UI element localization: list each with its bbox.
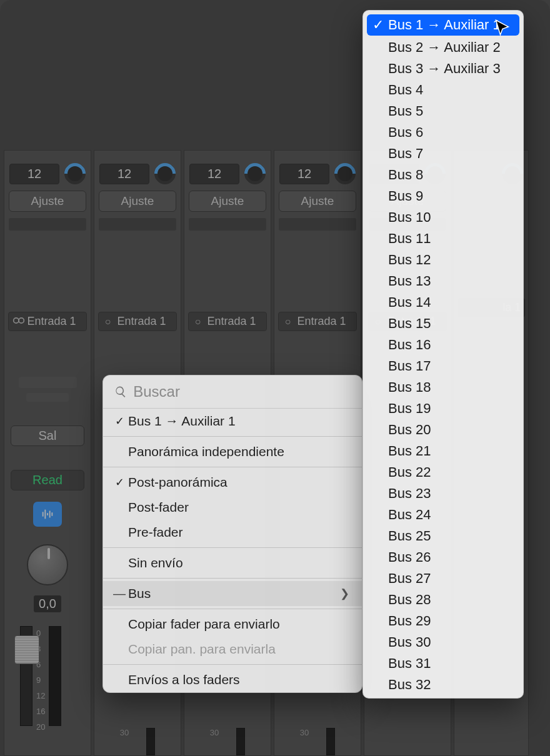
menu-item-pan-independent[interactable]: Panorámica independiente <box>103 439 362 464</box>
send-level-value[interactable]: 12 <box>189 164 239 184</box>
bus-item[interactable]: Bus 25 <box>363 525 523 547</box>
bus-item[interactable]: Bus 32 <box>363 674 523 695</box>
empty-slot[interactable] <box>99 218 176 231</box>
menu-item-pre-fader[interactable]: Pre-fader <box>103 520 362 545</box>
bus-item[interactable]: Bus 26 <box>363 547 523 568</box>
svg-rect-6 <box>51 512 52 516</box>
level-meter <box>49 626 61 726</box>
menu-item-no-send[interactable]: Sin envío <box>103 550 362 575</box>
bus-item[interactable]: Bus 4 <box>363 79 523 101</box>
search-row <box>103 376 362 409</box>
bus-item[interactable]: Bus 9 <box>363 186 523 207</box>
svg-point-0 <box>13 317 18 322</box>
bus-item[interactable]: Bus 28 <box>363 589 523 610</box>
menu-item-post-pan[interactable]: ✓ Post-panorámica <box>103 470 362 495</box>
bus-item[interactable]: Bus 8 <box>363 164 523 186</box>
bus-item[interactable]: Bus 29 <box>363 610 523 632</box>
channel-strip-1-lower: Sal Read 0,0 036912162030 <box>4 372 91 737</box>
search-input[interactable] <box>133 383 351 400</box>
pan-value[interactable]: 0,0 <box>34 595 61 612</box>
send-level-value[interactable]: 12 <box>279 164 329 184</box>
send-level-value[interactable]: 12 <box>99 164 149 184</box>
bus-item[interactable]: Bus 20 <box>363 419 523 440</box>
input-label: Entrada 1 <box>118 315 166 328</box>
bus-item-label: Bus 24 <box>388 507 431 523</box>
fader-tick: 30 <box>300 728 309 737</box>
menu-item-bus-submenu[interactable]: — Bus ❯ <box>103 581 362 606</box>
mono-icon: ○ <box>102 316 114 327</box>
automation-read-button[interactable]: Read <box>11 470 84 490</box>
empty-slot[interactable] <box>189 218 266 231</box>
input-selector[interactable]: ○ Entrada 1 <box>188 312 268 331</box>
input-selector[interactable]: ○ Entrada 1 <box>278 312 358 331</box>
empty-slot[interactable] <box>279 218 356 231</box>
bus-item[interactable]: Bus 12 <box>363 249 523 271</box>
bus-item[interactable]: Bus 22 <box>363 462 523 483</box>
send-level-value[interactable]: 12 <box>9 164 59 184</box>
svg-rect-5 <box>49 511 51 518</box>
send-knob-icon[interactable] <box>330 159 360 189</box>
menu-label: Panorámica independiente <box>128 444 284 459</box>
bus-item[interactable]: Bus 27 <box>363 568 523 589</box>
bus-item[interactable]: Bus 21 <box>363 440 523 462</box>
ajuste-button[interactable]: Ajuste <box>279 191 356 212</box>
empty-slot[interactable] <box>9 218 86 231</box>
fader-tick: 12 <box>36 691 45 700</box>
bus-item[interactable]: Bus 15 <box>363 313 523 334</box>
ajuste-button[interactable]: Ajuste <box>189 191 266 212</box>
menu-item-sends-faders[interactable]: Envíos a los faders <box>103 667 362 692</box>
bus-item[interactable]: Bus 10 <box>363 207 523 228</box>
bus-item[interactable]: Bus 6 <box>363 122 523 143</box>
bus-item[interactable]: Bus 2 → Auxiliar 2 <box>363 37 523 58</box>
bus-item[interactable]: Bus 11 <box>363 228 523 249</box>
send-knob-icon[interactable] <box>150 159 180 189</box>
send-knob-icon[interactable] <box>240 159 270 189</box>
bus-item-label: Bus 19 <box>388 400 431 417</box>
bus-item[interactable]: Bus 30 <box>363 632 523 653</box>
input-selector[interactable]: Entrada 1 <box>8 312 88 331</box>
svg-rect-3 <box>44 510 46 519</box>
fader-cap-icon[interactable] <box>14 635 39 664</box>
menu-item-copy-fader[interactable]: Copiar fader para enviarlo <box>103 612 362 637</box>
bus-item-label: Bus 16 <box>388 337 431 353</box>
bus-item[interactable]: Bus 31 <box>363 653 523 674</box>
pan-knob[interactable] <box>27 544 68 585</box>
ajuste-button[interactable]: Ajuste <box>9 191 86 212</box>
bus-item[interactable]: Bus 3 → Auxiliar 3 <box>363 58 523 79</box>
ajuste-button[interactable]: Ajuste <box>99 191 176 212</box>
bus-item-label: Bus 4 <box>388 82 423 98</box>
send-knob-icon[interactable] <box>60 159 90 189</box>
bus-item-label: Bus 9 <box>388 188 423 204</box>
menu-label: Pre-fader <box>128 525 183 540</box>
bus-item[interactable]: Bus 7 <box>363 143 523 164</box>
bus-item-label: Bus 11 <box>388 231 431 247</box>
bus-item-label: Bus 31 <box>388 655 431 672</box>
input-selector[interactable]: ○ Entrada 1 <box>98 312 178 331</box>
volume-fader[interactable] <box>20 626 32 726</box>
bus-item[interactable]: Bus 5 <box>363 101 523 122</box>
check-icon: ✓ <box>372 17 384 33</box>
strip-fader[interactable]: 30 <box>274 728 361 755</box>
bus-item[interactable]: Bus 18 <box>363 377 523 398</box>
strip-fader[interactable]: 30 <box>94 728 181 755</box>
svg-rect-4 <box>47 513 48 515</box>
empty-mini-slot[interactable] <box>26 393 69 402</box>
bus-item[interactable]: Bus 14 <box>363 292 523 313</box>
bus-item[interactable]: Bus 13 <box>363 271 523 292</box>
bus-item[interactable]: Bus 17 <box>363 356 523 377</box>
menu-item-post-fader[interactable]: Post-fader <box>103 495 362 520</box>
fader-tick: 30 <box>210 728 219 737</box>
bus-item[interactable]: Bus 24 <box>363 504 523 525</box>
bus-item[interactable]: Bus 16 <box>363 334 523 356</box>
menu-label: Envíos a los faders <box>128 672 240 687</box>
strip-fader[interactable]: 30 <box>184 728 271 755</box>
bus-item-label: Bus 7 <box>388 146 423 162</box>
stereo-icon <box>12 316 24 327</box>
bus-item[interactable]: Bus 23 <box>363 483 523 504</box>
waveform-icon-button[interactable] <box>33 502 62 527</box>
menu-item-current-bus[interactable]: ✓ Bus 1 → Auxiliar 1 <box>103 409 362 434</box>
bus-item-label: Bus 3 → Auxiliar 3 <box>388 61 501 77</box>
bus-item[interactable]: Bus 19 <box>363 398 523 419</box>
output-button[interactable]: Sal <box>11 425 84 446</box>
empty-mini-slot[interactable] <box>19 377 77 388</box>
